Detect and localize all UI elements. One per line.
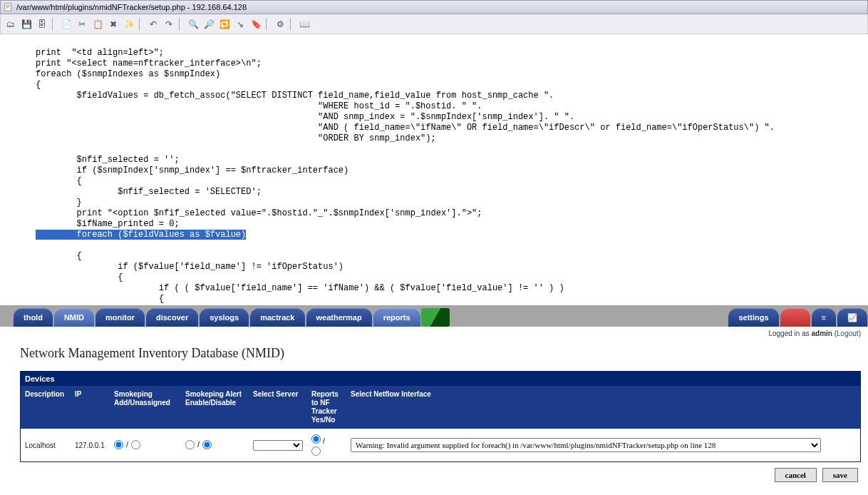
find-next-icon[interactable]: 🔎 (202, 17, 216, 31)
copy-icon[interactable]: 📄 (59, 17, 73, 31)
col-select-server: Select Server (249, 386, 307, 429)
col-netflow-if: Select Netflow Interface (346, 386, 860, 429)
paste-icon[interactable]: 📋 (91, 17, 105, 31)
save-icon[interactable]: 💾 (19, 17, 33, 31)
tab-syslogs[interactable]: syslogs (200, 308, 249, 327)
smokeping-alert-disable-radio[interactable] (202, 440, 212, 449)
cell-description: Localhost (21, 429, 71, 461)
tab-menu-icon[interactable]: ≡ (812, 308, 836, 327)
tab-discover[interactable]: discover (146, 308, 198, 327)
col-ip: IP (71, 386, 110, 429)
tab-reports[interactable]: reports (373, 308, 420, 327)
tab-thold[interactable]: thold (14, 308, 53, 327)
logout-link[interactable]: Logout (837, 330, 859, 337)
tab-graph-icon[interactable]: 📈 (837, 308, 867, 327)
bookmark-icon[interactable]: 🔖 (249, 17, 263, 31)
tab-weathermap[interactable]: weathermap (306, 308, 372, 327)
tab-mactrack[interactable]: mactrack (250, 308, 304, 327)
tab-nmid[interactable]: NMID (54, 308, 94, 327)
cell-ip: 127.0.0.1 (71, 429, 110, 461)
smokeping-unassigned-radio[interactable] (131, 440, 140, 449)
undo-icon[interactable]: ↶ (146, 17, 160, 31)
window-title: /var/www/html/plugins/nmidNFTracker/setu… (16, 3, 247, 11)
separator (266, 18, 270, 31)
separator (139, 18, 143, 31)
cancel-button[interactable]: cancel (775, 468, 817, 482)
code-editor[interactable]: print "<td align=left>"; print "<select … (0, 34, 868, 305)
cell-smokeping-add: / (110, 429, 181, 461)
login-user: admin (812, 330, 832, 337)
settings-icon[interactable]: ⚙ (273, 17, 287, 31)
table-row: Localhost 127.0.0.1 / / (21, 429, 860, 461)
save-button[interactable]: save (822, 468, 858, 482)
save-all-icon[interactable]: 🗄 (35, 17, 49, 31)
replace-icon[interactable]: 🔁 (217, 17, 232, 31)
devices-box: Devices Description IP Smokeping Add/Una… (20, 371, 861, 462)
devices-header: Devices (21, 372, 860, 386)
reports-nf-no-radio[interactable] (311, 446, 321, 456)
highlighted-line[interactable]: foreach ($fieldValues as $fvalue) (36, 230, 246, 240)
separator (52, 18, 56, 31)
window-title-bar: /var/www/html/plugins/nmidNFTracker/setu… (0, 0, 868, 14)
cacti-logo (421, 308, 450, 327)
col-description: Description (21, 386, 71, 429)
login-bar: Logged in as admin (Logout) (0, 327, 868, 339)
smokeping-alert-enable-radio[interactable] (185, 440, 195, 449)
col-reports-nf: Reports to NF Tracker Yes/No (307, 386, 346, 429)
tabbar-spacer (421, 308, 728, 327)
delete-icon[interactable]: ✖ (106, 17, 120, 31)
highlight-icon[interactable]: ✨ (122, 17, 136, 31)
separator (179, 18, 183, 31)
smokeping-add-radio[interactable] (114, 440, 123, 449)
help-icon[interactable]: 📖 (297, 17, 311, 31)
devices-table: Description IP Smokeping Add/Unassigned … (21, 386, 860, 461)
tab-alert-icon[interactable]: ❗ (780, 308, 810, 327)
tab-monitor[interactable]: monitor (95, 308, 145, 327)
cell-reports-nf: / (307, 429, 346, 461)
svg-rect-0 (5, 4, 11, 11)
cut-icon[interactable]: ✂ (75, 17, 89, 31)
cell-smokeping-alert: / (181, 429, 249, 461)
col-smokeping-add: Smokeping Add/Unassigned (110, 386, 181, 429)
select-netflow-interface-dropdown[interactable]: Warning: Invalid argument supplied for f… (351, 438, 821, 452)
nav-tabbar: thold NMID monitor discover syslogs mact… (0, 305, 868, 327)
tree-toggle-icon[interactable]: 🗂 (4, 17, 18, 31)
separator (290, 18, 294, 31)
col-smokeping-alert: Smokeping Alert Enable/Disable (181, 386, 249, 429)
goto-icon[interactable]: ↘ (233, 17, 247, 31)
footer-buttons: cancel save (20, 462, 861, 482)
app-icon (4, 2, 14, 12)
page-title: Network Management Inventory Database (N… (20, 346, 861, 361)
reports-nf-yes-radio[interactable] (311, 434, 321, 444)
cell-select-server (249, 429, 307, 461)
find-icon[interactable]: 🔍 (186, 17, 200, 31)
login-prefix: Logged in as (768, 330, 811, 337)
editor-toolbar: 🗂 💾 🗄 📄 ✂ 📋 ✖ ✨ ↶ ↷ 🔍 🔎 🔁 ↘ 🔖 ⚙ 📖 (0, 14, 868, 34)
redo-icon[interactable]: ↷ (162, 17, 176, 31)
cell-netflow-if: Warning: Invalid argument supplied for f… (346, 429, 860, 461)
select-server-dropdown[interactable] (253, 440, 303, 451)
tab-settings[interactable]: settings (728, 308, 778, 327)
